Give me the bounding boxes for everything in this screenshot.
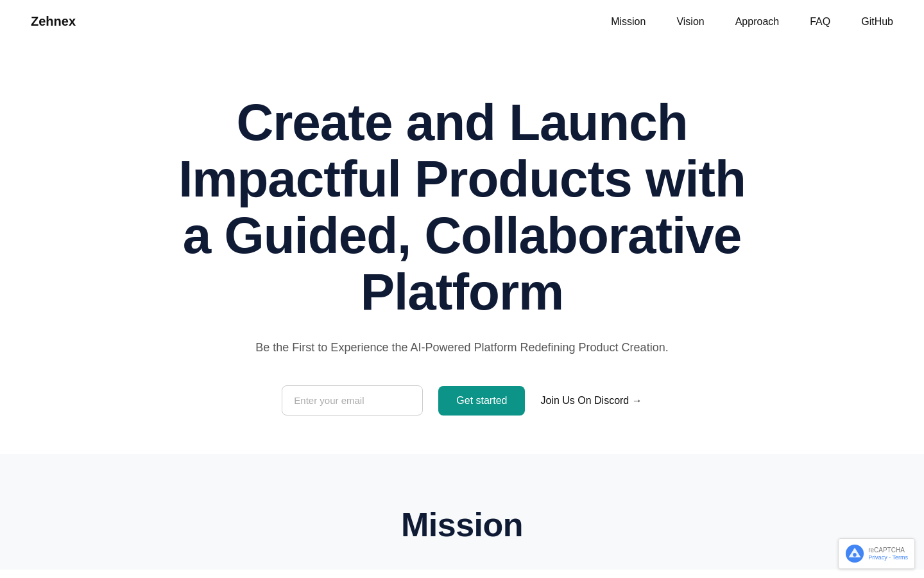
- hero-section: Create and Launch Impactful Products wit…: [0, 43, 924, 454]
- nav-link-approach[interactable]: Approach: [735, 16, 780, 27]
- nav-link-mission[interactable]: Mission: [611, 16, 646, 27]
- recaptcha-label: reCAPTCHA: [868, 546, 908, 554]
- discord-link[interactable]: Join Us On Discord →: [540, 395, 642, 407]
- recaptcha-badge: reCAPTCHA Privacy - Terms: [838, 538, 915, 569]
- navbar: Zehnex Mission Vision Approach FAQ GitHu…: [0, 0, 924, 43]
- hero-title: Create and Launch Impactful Products wit…: [173, 94, 751, 320]
- mission-section: Mission: [0, 454, 924, 570]
- recaptcha-terms[interactable]: Terms: [893, 554, 909, 561]
- recaptcha-links: Privacy - Terms: [868, 554, 908, 562]
- recaptcha-logo-icon: [845, 544, 864, 563]
- get-started-button[interactable]: Get started: [438, 386, 525, 416]
- nav-link-vision[interactable]: Vision: [676, 16, 704, 27]
- svg-point-1: [853, 553, 857, 557]
- brand-logo[interactable]: Zehnex: [31, 14, 76, 29]
- email-input[interactable]: [282, 385, 423, 416]
- recaptcha-privacy[interactable]: Privacy: [868, 554, 887, 561]
- nav-links: Mission Vision Approach FAQ GitHub: [611, 16, 893, 28]
- hero-cta-group: Get started Join Us On Discord →: [282, 385, 642, 416]
- hero-subtitle: Be the First to Experience the AI-Powere…: [255, 341, 668, 355]
- mission-title: Mission: [31, 505, 893, 544]
- nav-link-github[interactable]: GitHub: [861, 16, 893, 27]
- recaptcha-content: reCAPTCHA Privacy - Terms: [845, 544, 908, 563]
- nav-link-faq[interactable]: FAQ: [810, 16, 830, 27]
- recaptcha-text: reCAPTCHA Privacy - Terms: [868, 546, 908, 562]
